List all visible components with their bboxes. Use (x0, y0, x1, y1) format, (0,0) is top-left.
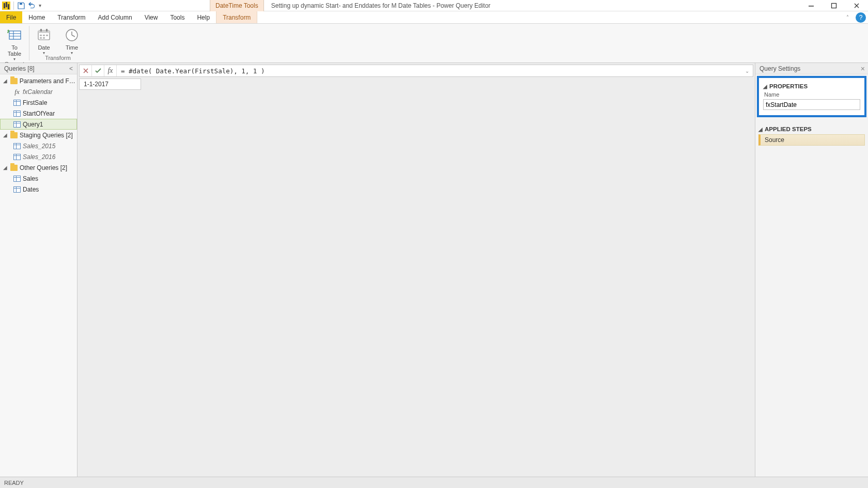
queries-pane-header[interactable]: Queries [8] < (0, 63, 77, 74)
workspace: Queries [8] < ◢Parameters and Fu...fxfxC… (0, 63, 868, 477)
queries-folder[interactable]: ◢Staging Queries [2] (0, 130, 77, 140)
close-pane-icon[interactable]: × (861, 65, 865, 73)
name-field-label: Name (764, 91, 860, 98)
ribbon-tab-strip: File Home Transform Add Column View Tool… (0, 11, 868, 24)
svg-rect-9 (40, 29, 42, 32)
tab-file[interactable]: File (0, 11, 22, 23)
app-logo-icon (2, 2, 10, 10)
expand-caret-icon: ◢ (3, 132, 8, 138)
tab-add-column[interactable]: Add Column (92, 11, 138, 23)
svg-rect-10 (46, 29, 48, 32)
queries-pane: Queries [8] < ◢Parameters and Fu...fxfxC… (0, 63, 78, 477)
preview-area: fx ⌄ 1-1-2017 (78, 63, 755, 477)
function-icon: fx (13, 88, 21, 96)
queries-folder[interactable]: ◢Other Queries [2] (0, 162, 77, 173)
preview-value: 1-1-2017 (79, 78, 141, 90)
queries-folder[interactable]: ◢Parameters and Fu... (0, 75, 77, 86)
svg-rect-11 (40, 35, 42, 36)
minimize-button[interactable] (800, 0, 823, 11)
date-button[interactable]: Date ▾ (33, 27, 55, 55)
properties-section-highlighted: ◢ PROPERTIES Name (757, 76, 866, 117)
time-button[interactable]: Time ▾ (60, 27, 83, 55)
quick-access-toolbar: ▾ (0, 2, 44, 10)
date-label: Date (38, 44, 50, 51)
folder-label: Parameters and Fu... (20, 77, 77, 85)
query-label: fxCalendar (23, 88, 53, 96)
table-icon (13, 186, 21, 193)
svg-rect-8 (38, 30, 50, 33)
tab-home[interactable]: Home (22, 11, 51, 23)
date-icon (36, 27, 52, 43)
applied-steps-header[interactable]: ◢ APPLIED STEPS (758, 126, 865, 132)
to-table-button[interactable]: To Table ▾ (3, 27, 26, 61)
preview-canvas (78, 91, 755, 477)
formula-commit-button[interactable] (92, 65, 104, 76)
query-settings-header: Query Settings × (755, 63, 868, 74)
query-item[interactable]: FirstSale (0, 97, 77, 108)
folder-icon (10, 165, 18, 171)
table-icon (13, 154, 21, 160)
query-label: Dates (23, 186, 39, 193)
close-button[interactable] (845, 0, 868, 11)
qat-customize-icon[interactable]: ▾ (38, 3, 42, 8)
tab-contextual-transform[interactable]: Transform (216, 11, 257, 23)
tab-view[interactable]: View (138, 11, 164, 23)
table-icon (13, 121, 21, 128)
to-table-label: To Table (8, 44, 21, 57)
folder-label: Other Queries [2] (20, 164, 67, 171)
svg-rect-2 (832, 3, 836, 8)
svg-rect-15 (43, 37, 45, 39)
query-label: StartOfYear (23, 110, 55, 117)
title-bar: ▾ DateTime Tools Setting up dynamic Star… (0, 0, 868, 11)
query-item[interactable]: Dates (0, 184, 77, 195)
help-icon[interactable]: ? (856, 12, 866, 23)
query-name-input[interactable] (763, 99, 860, 110)
expand-formula-icon[interactable]: ⌄ (741, 68, 753, 74)
svg-rect-3 (9, 31, 21, 39)
query-item[interactable]: fxfxCalendar (0, 86, 77, 97)
fx-icon[interactable]: fx (104, 65, 117, 76)
tab-transform[interactable]: Transform (51, 11, 91, 23)
queries-pane-title: Queries [8] (4, 65, 35, 72)
svg-rect-1 (809, 6, 814, 7)
queries-tree: ◢Parameters and Fu...fxfxCalendarFirstSa… (0, 74, 77, 196)
applied-step[interactable]: Source (758, 134, 865, 146)
query-item[interactable]: Query1 (0, 119, 77, 130)
contextual-tab-group-label: DateTime Tools (210, 0, 264, 11)
properties-label: PROPERTIES (769, 83, 808, 89)
query-item[interactable]: Sales (0, 173, 77, 184)
query-item[interactable]: Sales_2015 (0, 140, 77, 151)
formula-input[interactable] (117, 67, 741, 75)
maximize-button[interactable] (823, 0, 845, 11)
query-settings-pane: Query Settings × ◢ PROPERTIES Name ◢ APP… (755, 63, 868, 477)
folder-icon (10, 78, 18, 84)
properties-header[interactable]: ◢ PROPERTIES (763, 83, 860, 89)
table-icon (13, 143, 21, 149)
time-label: Time (66, 44, 78, 51)
tab-help[interactable]: Help (191, 11, 216, 23)
expand-caret-icon: ◢ (3, 165, 8, 170)
time-icon (64, 27, 80, 43)
query-label: Query1 (23, 121, 43, 128)
collapse-caret-icon: ◢ (758, 127, 763, 132)
undo-icon[interactable] (27, 2, 36, 10)
table-icon (13, 111, 21, 117)
window-controls (800, 0, 868, 11)
query-item[interactable]: Sales_2016 (0, 151, 77, 162)
save-icon[interactable] (17, 2, 25, 10)
collapse-ribbon-icon[interactable]: ˄ (841, 11, 854, 23)
collapse-caret-icon: ◢ (763, 84, 767, 89)
collapse-pane-icon[interactable]: < (69, 65, 73, 72)
group-label-transform: Transform (33, 55, 83, 62)
tab-tools[interactable]: Tools (164, 11, 191, 23)
table-icon (13, 100, 21, 106)
query-settings-title: Query Settings (760, 65, 800, 72)
svg-rect-12 (43, 35, 45, 36)
applied-steps-section: ◢ APPLIED STEPS Source (755, 119, 868, 146)
expand-caret-icon: ◢ (3, 78, 8, 84)
to-table-icon (6, 27, 23, 43)
query-label: Sales_2016 (23, 153, 55, 161)
formula-cancel-button[interactable] (80, 65, 92, 76)
query-item[interactable]: StartOfYear (0, 108, 77, 119)
applied-steps-label: APPLIED STEPS (765, 126, 812, 132)
